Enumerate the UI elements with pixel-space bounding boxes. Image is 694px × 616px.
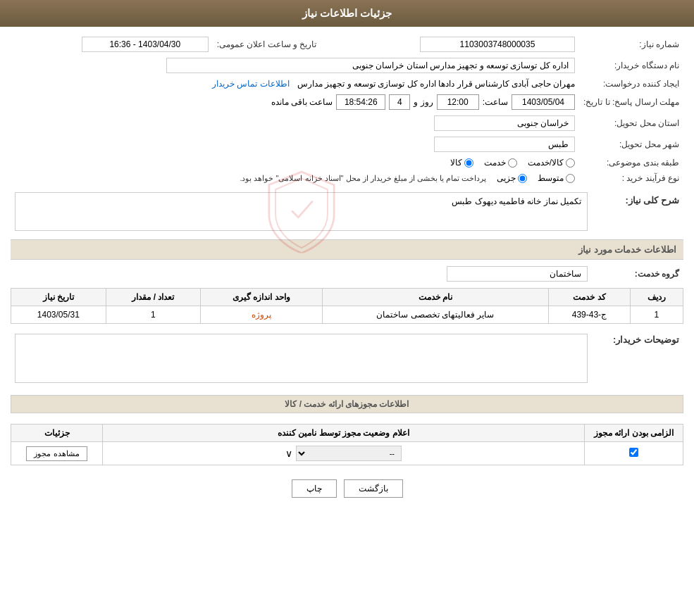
category-kala-option: کالا <box>450 158 473 168</box>
category-kala-khedmat-radio[interactable] <box>566 158 575 168</box>
category-kala-radio[interactable] <box>464 158 473 168</box>
service-unit: پروژه <box>201 306 322 324</box>
send-deadline-time-label: ساعت: <box>483 97 508 107</box>
send-deadline-date: 1403/05/04 <box>512 94 575 110</box>
requester-value: مهران حاجی آبادی کارشناس قرار دادها ادار… <box>11 76 579 92</box>
description-table: شرح کلی نیاز: تکمیل نماز خانه فاطمیه دی <box>11 189 683 234</box>
province-value: خراسان جنوبی <box>11 113 579 134</box>
contact-info-link[interactable]: اطلاعات تماس خریدار <box>212 79 290 89</box>
col-count: تعداد / مقدار <box>106 289 201 306</box>
service-row: 1 ج-43-439 سایر فعالیتهای تخصصی ساختمان … <box>11 306 683 324</box>
perm-details-cell: مشاهده مجوز <box>11 442 103 465</box>
page-header: جزئیات اطلاعات نیاز <box>0 0 694 27</box>
service-count: 1 <box>106 306 201 324</box>
service-date: 1403/05/31 <box>11 306 106 324</box>
services-table: ردیف کد خدمت نام خدمت واحد اندازه گیری ت… <box>11 288 683 324</box>
footer-buttons: بازگشت چاپ <box>11 465 683 512</box>
services-section-title: اطلاعات خدمات مورد نیاز <box>11 239 683 260</box>
buyer-org-value: اداره کل توسازی توسعه و تجهیز مدارس استا… <box>11 55 579 76</box>
service-group-label: گروه خدمت: <box>635 269 679 279</box>
purchase-type-mottavaset-option: متوسط <box>538 173 575 183</box>
col-code: کد خدمت <box>548 289 630 306</box>
requester-label: ایجاد کننده درخواست: <box>579 76 683 92</box>
city-value: طبس <box>11 134 579 155</box>
send-deadline-days-label: روز و <box>414 97 433 107</box>
back-button[interactable]: بازگشت <box>344 479 403 498</box>
category-khedmat-option: خدمت <box>484 158 517 168</box>
buyer-org-input: اداره کل توسازی توسعه و تجهیز مدارس استا… <box>166 58 575 73</box>
view-permit-button[interactable]: مشاهده مجوز <box>26 446 87 461</box>
service-name: سایر فعالیتهای تخصصی ساختمان <box>322 306 548 324</box>
buyer-org-label: نام دستگاه خریدار: <box>579 55 683 76</box>
requester-text: مهران حاجی آبادی کارشناس قرار دادها ادار… <box>297 79 575 89</box>
category-kala-khedmat-label: کالا/خدمت <box>528 158 564 168</box>
perm-required-checkbox[interactable] <box>629 448 638 457</box>
send-deadline-row: 1403/05/04 ساعت: 12:00 روز و 4 18:54:26 … <box>11 92 579 113</box>
purchase-type-desc: پرداخت تمام یا بخشی از مبلغ خریدار از مح… <box>240 174 486 183</box>
province-label: استان محل تحویل: <box>579 113 683 134</box>
perm-col-details: جزئیات <box>11 425 103 442</box>
send-deadline-remaining: 18:54:26 <box>336 94 385 110</box>
service-group-table: گروه خدمت: ساختمان <box>11 263 683 284</box>
description-content: تکمیل نماز خانه فاطمیه دیهوک طبس <box>15 192 588 231</box>
purchase-type-mottavaset-label: متوسط <box>538 173 564 183</box>
category-kala-label: کالا <box>450 158 462 168</box>
purchase-type-jozyi-radio[interactable] <box>518 174 527 183</box>
send-deadline-remaining-label: ساعت باقی مانده <box>271 97 333 107</box>
request-number-value: 1103003748000035 <box>335 34 579 55</box>
page-title: جزئیات اطلاعات نیاز <box>302 7 392 19</box>
buyer-desc-table: توضیحات خریدار: <box>11 331 683 388</box>
city-input: طبس <box>434 137 575 152</box>
purchase-type-label: نوع فرآیند خرید : <box>579 170 683 186</box>
print-button[interactable]: چاپ <box>292 479 337 498</box>
category-kala-khedmat-option: کالا/خدمت <box>528 158 575 168</box>
announce-time-input: 1403/04/30 - 16:36 <box>82 37 209 52</box>
perm-status-select[interactable]: -- <box>296 446 402 461</box>
col-name: نام خدمت <box>322 289 548 306</box>
perm-row: -- ∨ مشاهده مجوز <box>11 442 683 465</box>
col-date: تاریخ نیاز <box>11 289 106 306</box>
category-row: کالا/خدمت خدمت کالا <box>11 155 579 170</box>
announce-time-value: 1403/04/30 - 16:36 <box>11 34 213 55</box>
perm-required-cell <box>585 442 683 465</box>
announce-time-label: تاریخ و ساعت اعلان عمومی: <box>213 34 321 55</box>
col-radif: ردیف <box>630 289 683 306</box>
category-khedmat-radio[interactable] <box>508 158 517 168</box>
description-value: تکمیل نماز خانه فاطمیه دیهوک طبس <box>452 196 581 206</box>
service-group-value: ساختمان <box>447 266 588 282</box>
permissions-section-title: اطلاعات مجوزهای ارائه خدمت / کالا <box>11 395 683 413</box>
purchase-type-row: متوسط جزیی پرداخت تمام یا بخشی از مبلغ خ… <box>11 170 579 186</box>
request-number-label: شماره نیاز: <box>579 34 683 55</box>
send-deadline-time: 12:00 <box>437 94 479 110</box>
service-code: ج-43-439 <box>548 306 630 324</box>
purchase-type-mottavaset-radio[interactable] <box>566 174 575 183</box>
send-deadline-days: 4 <box>389 94 410 110</box>
category-khedmat-label: خدمت <box>484 158 506 168</box>
perm-col-required: الزامی بودن ارائه مجوز <box>585 425 683 442</box>
city-label: شهر محل تحویل: <box>579 134 683 155</box>
buyer-desc-label: توضیحات خریدار: <box>613 334 679 345</box>
request-number-input: 1103003748000035 <box>420 37 575 52</box>
service-radif: 1 <box>630 306 683 324</box>
purchase-type-jozyi-label: جزیی <box>497 173 516 183</box>
send-deadline-label: مهلت ارسال پاسخ: تا تاریخ: <box>579 92 683 113</box>
description-label: شرح کلی نیاز: <box>625 195 679 206</box>
permissions-table: الزامی بودن ارائه مجوز اعلام وضعیت مجوز … <box>11 424 683 465</box>
province-input: خراسان جنوبی <box>434 115 575 131</box>
perm-col-status: اعلام وضعیت مجوز توسط نامین کننده <box>103 425 585 442</box>
col-unit: واحد اندازه گیری <box>201 289 322 306</box>
category-label: طبقه بندی موضوعی: <box>579 155 683 170</box>
buyer-desc-textarea[interactable] <box>15 334 588 383</box>
perm-status-cell: -- ∨ <box>103 442 585 465</box>
perm-dropdown-arrow: ∨ <box>285 448 292 459</box>
main-info-table: شماره نیاز: 1103003748000035 تاریخ و ساع… <box>11 34 683 186</box>
purchase-type-jozyi-option: جزیی <box>497 173 527 183</box>
